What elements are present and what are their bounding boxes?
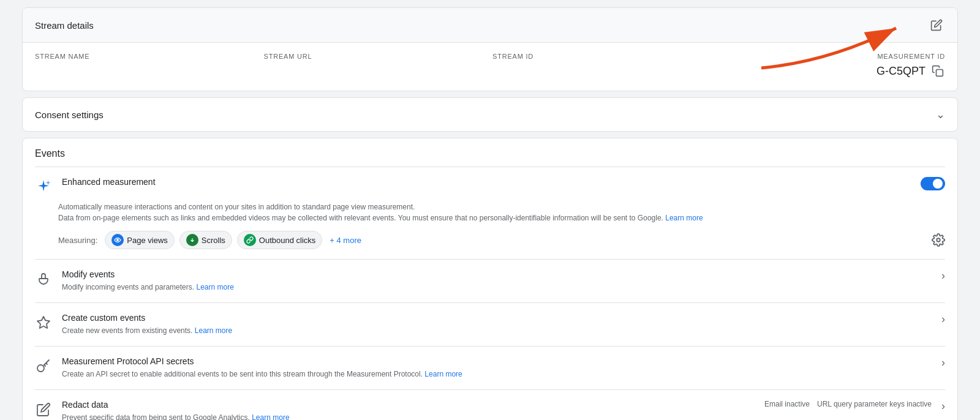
enhanced-measurement-learn-more[interactable]: Learn more xyxy=(665,214,703,222)
modify-events-item[interactable]: Modify events Modify incoming events and… xyxy=(35,259,945,302)
consent-settings-toggle[interactable]: Consent settings ⌄ xyxy=(23,98,957,131)
page-views-icon xyxy=(111,234,124,246)
redact-data-item[interactable]: Redact data Prevent specific data from b… xyxy=(35,389,945,420)
create-custom-events-content: Create custom events Create new events f… xyxy=(62,313,932,336)
enhanced-measurement-title-block: Enhanced measurement xyxy=(62,177,911,187)
scrolls-icon xyxy=(186,234,198,246)
chevron-right-icon: › xyxy=(941,269,945,282)
svg-point-2 xyxy=(116,239,119,241)
create-custom-events-desc: Create new events from existing events. … xyxy=(62,325,932,336)
link-icon xyxy=(246,236,254,244)
enhanced-measurement-description: Automatically measure interactions and c… xyxy=(58,201,945,223)
eye-icon xyxy=(114,236,121,244)
enhanced-measurement-icon xyxy=(35,178,52,195)
redact-data-title: Redact data xyxy=(62,400,755,410)
measurement-id-col: MEASUREMENT ID G-C5QPT xyxy=(722,53,946,78)
modify-events-action: › xyxy=(941,269,945,282)
chevron-down-icon: ⌄ xyxy=(936,108,945,121)
toggle-label[interactable]: ✓ xyxy=(921,177,945,190)
outbound-clicks-chip: Outbound clicks xyxy=(237,231,323,249)
stream-name-col: STREAM NAME xyxy=(35,53,259,78)
measurement-protocol-desc: Create an API secret to enable additiona… xyxy=(62,369,932,380)
scroll-icon xyxy=(189,236,196,244)
measurement-id-label: MEASUREMENT ID xyxy=(877,53,945,60)
measurement-id-value: G-C5QPT xyxy=(876,65,925,78)
chevron-right-icon-4: › xyxy=(941,400,945,413)
events-card: Events Enhanced measurement xyxy=(22,138,958,420)
chevron-right-icon-3: › xyxy=(941,356,945,369)
measurement-protocol-icon xyxy=(35,358,52,375)
enhanced-measurement-section: Enhanced measurement ✓ Automatically mea… xyxy=(35,167,945,259)
redact-data-action: › xyxy=(941,400,945,413)
edit-button[interactable] xyxy=(928,17,945,34)
events-section-title: Events xyxy=(35,148,945,159)
svg-rect-0 xyxy=(937,70,943,77)
redact-data-learn-more[interactable]: Learn more xyxy=(252,413,289,420)
scrolls-chip: Scrolls xyxy=(179,231,232,249)
toggle-check-icon: ✓ xyxy=(936,179,943,189)
measurement-protocol-action: › xyxy=(941,356,945,369)
stream-id-col: STREAM ID xyxy=(492,53,717,78)
svg-point-4 xyxy=(937,238,940,242)
redact-icon xyxy=(36,402,51,417)
email-inactive-status: Email inactive xyxy=(764,400,810,408)
modify-events-title: Modify events xyxy=(62,269,932,279)
custom-event-icon xyxy=(36,315,51,330)
modify-events-icon xyxy=(35,271,52,288)
stream-details-title: Stream details xyxy=(35,20,94,31)
outbound-clicks-icon xyxy=(244,234,256,246)
scrolls-label: Scrolls xyxy=(202,236,225,245)
stream-url-col: STREAM URL xyxy=(264,53,488,78)
measurement-protocol-title: Measurement Protocol API secrets xyxy=(62,356,932,366)
redact-data-icon xyxy=(35,401,52,418)
measurement-protocol-learn-more[interactable]: Learn more xyxy=(424,370,462,378)
stream-name-label: STREAM NAME xyxy=(35,53,259,60)
events-section: Events Enhanced measurement xyxy=(23,138,957,420)
pencil-icon xyxy=(930,19,943,31)
more-link[interactable]: + 4 more xyxy=(330,236,361,245)
modify-events-content: Modify events Modify incoming events and… xyxy=(62,269,932,293)
create-custom-events-item[interactable]: Create custom events Create new events f… xyxy=(35,302,945,346)
sparkle-icon xyxy=(36,179,51,195)
redact-data-desc: Prevent specific data from being sent to… xyxy=(62,412,755,420)
consent-settings-title: Consent settings xyxy=(35,110,104,120)
create-custom-events-title: Create custom events xyxy=(62,313,932,323)
stream-url-label: STREAM URL xyxy=(264,53,488,60)
create-custom-events-action: › xyxy=(941,313,945,326)
modify-events-learn-more[interactable]: Learn more xyxy=(196,283,233,291)
enhanced-measurement-title: Enhanced measurement xyxy=(62,177,911,187)
url-query-inactive-status: URL query parameter keys inactive xyxy=(817,400,932,408)
page-views-label: Page views xyxy=(127,236,167,245)
measurement-protocol-content: Measurement Protocol API secrets Create … xyxy=(62,356,932,380)
outbound-clicks-label: Outbound clicks xyxy=(259,236,316,245)
stream-details-header: Stream details xyxy=(23,8,957,43)
consent-settings-card: Consent settings ⌄ xyxy=(22,97,958,132)
stream-info-row: STREAM NAME STREAM URL STREAM ID MEASURE… xyxy=(23,43,957,91)
enhanced-measurement-header: Enhanced measurement ✓ xyxy=(35,177,945,195)
stream-details-card: Stream details STREAM NAME STREAM URL ST… xyxy=(22,7,958,91)
enhanced-measurement-toggle[interactable]: ✓ xyxy=(921,177,945,192)
chevron-right-icon-2: › xyxy=(941,313,945,326)
finger-tap-icon xyxy=(36,272,51,287)
svg-point-6 xyxy=(37,365,44,372)
svg-line-7 xyxy=(37,403,50,416)
create-custom-events-learn-more[interactable]: Learn more xyxy=(195,326,232,335)
measuring-row: Measuring: Page views xyxy=(58,231,945,249)
create-custom-events-icon xyxy=(35,314,52,331)
page-views-chip: Page views xyxy=(105,231,174,249)
copy-measurement-id-button[interactable] xyxy=(930,64,945,78)
gear-icon xyxy=(932,233,945,247)
enhanced-measurement-settings-button[interactable] xyxy=(932,233,945,247)
redact-data-status: Email inactive URL query parameter keys … xyxy=(764,400,932,408)
stream-id-label: STREAM ID xyxy=(492,53,717,60)
redact-data-content: Redact data Prevent specific data from b… xyxy=(62,400,755,420)
measuring-label: Measuring: xyxy=(58,236,97,245)
svg-marker-5 xyxy=(37,317,50,328)
copy-icon xyxy=(932,65,944,77)
modify-events-desc: Modify incoming events and parameters. L… xyxy=(62,282,932,293)
toggle-slider: ✓ xyxy=(921,177,945,190)
key-icon xyxy=(36,359,51,373)
measurement-protocol-item[interactable]: Measurement Protocol API secrets Create … xyxy=(35,346,945,389)
